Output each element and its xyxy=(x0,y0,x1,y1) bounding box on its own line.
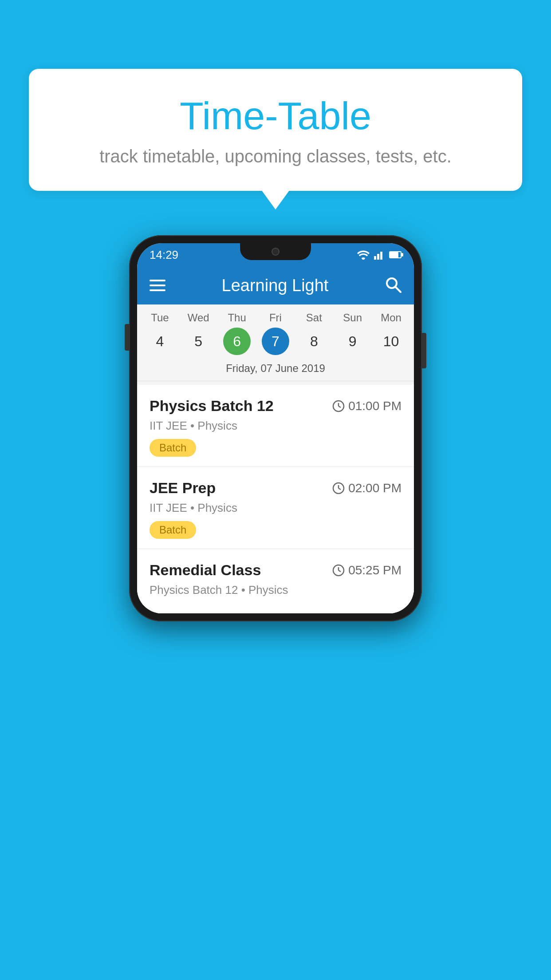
day-number[interactable]: 6 xyxy=(223,328,251,355)
day-col[interactable]: Sun9 xyxy=(335,312,370,355)
schedule-item[interactable]: JEE Prep02:00 PMIIT JEE • PhysicsBatch xyxy=(137,467,414,549)
svg-rect-2 xyxy=(380,252,382,260)
day-col[interactable]: Fri7 xyxy=(258,312,293,355)
schedule-item-header: Physics Batch 1201:00 PM xyxy=(150,397,401,415)
bubble-subtitle: track timetable, upcoming classes, tests… xyxy=(47,146,504,166)
day-number[interactable]: 4 xyxy=(146,328,173,355)
phone-screen: 14:29 xyxy=(137,243,414,613)
day-name: Tue xyxy=(151,312,169,324)
day-name: Wed xyxy=(188,312,209,324)
svg-line-10 xyxy=(338,488,341,490)
phone-mockup: 14:29 xyxy=(129,235,422,621)
hamburger-menu[interactable] xyxy=(150,280,165,291)
day-col[interactable]: Sat8 xyxy=(296,312,332,355)
day-number[interactable]: 10 xyxy=(377,328,405,355)
day-name: Sun xyxy=(343,312,362,324)
days-row: Tue4Wed5Thu6Fri7Sat8Sun9Mon10 xyxy=(137,312,414,355)
schedule-time: 05:25 PM xyxy=(332,563,401,577)
schedule-item-header: JEE Prep02:00 PM xyxy=(150,479,401,497)
day-name: Fri xyxy=(269,312,282,324)
svg-rect-1 xyxy=(377,254,379,260)
day-name: Thu xyxy=(228,312,246,324)
calendar-strip: Tue4Wed5Thu6Fri7Sat8Sun9Mon10 Friday, 07… xyxy=(137,304,414,385)
speech-bubble-wrapper: Time-Table track timetable, upcoming cla… xyxy=(29,69,522,191)
selected-date-label: Friday, 07 June 2019 xyxy=(137,359,414,381)
app-title: Learning Light xyxy=(222,276,329,295)
svg-line-13 xyxy=(338,570,341,572)
schedule-name: Remedial Class xyxy=(150,561,261,579)
day-col[interactable]: Thu6 xyxy=(219,312,255,355)
clock-icon xyxy=(332,482,345,494)
svg-line-4 xyxy=(395,287,401,292)
schedule-time: 01:00 PM xyxy=(332,399,401,413)
schedule-list: Physics Batch 1201:00 PMIIT JEE • Physic… xyxy=(137,385,414,613)
day-number[interactable]: 9 xyxy=(339,328,366,355)
day-name: Sat xyxy=(306,312,322,324)
schedule-sub: IIT JEE • Physics xyxy=(150,419,401,433)
day-name: Mon xyxy=(381,312,401,324)
schedule-sub: IIT JEE • Physics xyxy=(150,501,401,515)
app-bar: Learning Light xyxy=(137,266,414,304)
status-icons xyxy=(357,250,401,260)
day-col[interactable]: Tue4 xyxy=(142,312,177,355)
day-col[interactable]: Wed5 xyxy=(181,312,216,355)
day-col[interactable]: Mon10 xyxy=(373,312,409,355)
clock-icon xyxy=(332,564,345,577)
svg-rect-0 xyxy=(374,256,376,260)
day-number[interactable]: 7 xyxy=(262,328,289,355)
speech-bubble: Time-Table track timetable, upcoming cla… xyxy=(29,69,522,191)
schedule-item[interactable]: Remedial Class05:25 PMPhysics Batch 12 •… xyxy=(137,549,414,613)
batch-badge: Batch xyxy=(150,439,196,457)
svg-line-7 xyxy=(338,406,341,407)
schedule-name: JEE Prep xyxy=(150,479,216,497)
day-number[interactable]: 5 xyxy=(185,328,212,355)
day-number[interactable]: 8 xyxy=(300,328,328,355)
schedule-name: Physics Batch 12 xyxy=(150,397,274,415)
phone-notch xyxy=(240,243,311,260)
schedule-item-header: Remedial Class05:25 PM xyxy=(150,561,401,579)
signal-icon xyxy=(374,250,385,260)
search-button[interactable] xyxy=(385,276,401,295)
schedule-time: 02:00 PM xyxy=(332,481,401,495)
schedule-sub: Physics Batch 12 • Physics xyxy=(150,583,401,597)
batch-badge: Batch xyxy=(150,521,196,539)
phone-outer: 14:29 xyxy=(129,235,422,621)
bubble-title: Time-Table xyxy=(47,93,504,138)
wifi-icon xyxy=(357,250,370,260)
camera xyxy=(272,248,279,256)
clock-icon xyxy=(332,400,345,412)
status-time: 14:29 xyxy=(150,248,178,262)
battery-icon xyxy=(389,251,401,258)
schedule-item[interactable]: Physics Batch 1201:00 PMIIT JEE • Physic… xyxy=(137,385,414,467)
